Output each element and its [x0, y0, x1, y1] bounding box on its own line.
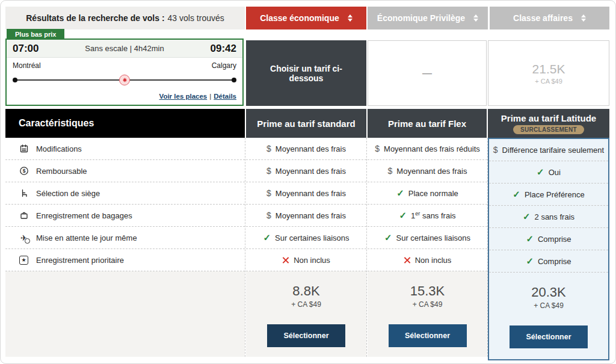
flex-priorite: Non inclus — [368, 249, 487, 271]
cell-text: Place Préférence — [525, 190, 585, 199]
standard-modifications: Moyennant des frais — [246, 138, 366, 160]
cell-text: Sur certaines liaisons — [396, 233, 471, 242]
dollar-icon — [266, 144, 271, 153]
dollar-icon — [493, 145, 498, 155]
feature-row-priorite: ★ Enregistrement prioritaire — [5, 249, 245, 271]
cell-text: Moyennant des frais — [276, 211, 346, 220]
flex-points: 15.3K — [410, 283, 445, 299]
flex-price-area: 15.3K + CA $49 Sélectionner — [368, 271, 487, 357]
top-bar: Résultats de la recherche de vols : 43 v… — [5, 7, 612, 29]
dollar-icon — [375, 144, 380, 153]
feature-label: Enregistrement prioritaire — [36, 256, 124, 265]
route-section: Montréal Calgary — [7, 58, 242, 85]
feature-label: Modifications — [36, 144, 82, 153]
dollar-icon — [266, 166, 271, 176]
feature-row-modifications: Modifications — [5, 138, 245, 160]
origin-city: Montréal — [13, 61, 41, 70]
lowest-price-badge: Plus bas prix — [7, 29, 64, 39]
cell-text: Moyennant des frais — [276, 189, 346, 198]
cell-text: Moyennant des frais — [276, 144, 346, 153]
sort-caret-icon — [581, 14, 586, 22]
check-icon — [396, 188, 404, 199]
cell-text: Non inclus — [415, 256, 452, 265]
check-icon — [523, 211, 531, 222]
select-latitude-button[interactable]: Sélectionner — [510, 325, 588, 348]
standard-fees: + CA $49 — [291, 300, 321, 309]
check-icon — [263, 232, 271, 243]
x-icon — [404, 256, 411, 264]
flex-fees: + CA $49 — [413, 300, 443, 309]
cell-text: Comprise — [538, 257, 571, 266]
view-seats-link[interactable]: Voir les places — [159, 93, 208, 100]
features-header: Caractéristiques — [5, 109, 245, 138]
select-flex-button[interactable]: Sélectionner — [389, 324, 467, 347]
fare-comparison-page: Résultats de la recherche de vols : 43 v… — [0, 0, 616, 364]
check-icon — [526, 233, 534, 244]
upgrade-badge: SURCLASSEMENT — [513, 125, 584, 134]
details-link[interactable]: Détails — [214, 93, 236, 100]
latitude-attente: Comprise — [489, 228, 608, 250]
origin-dot — [13, 78, 17, 82]
results-summary: Résultats de la recherche de vols : 43 v… — [5, 7, 245, 29]
premium-economy-preview-cell: — — [368, 40, 487, 106]
flex-remboursable: Moyennant des frais — [368, 160, 487, 182]
airline-maple-leaf-icon — [119, 75, 130, 85]
latitude-remboursable: Oui — [489, 161, 608, 184]
flex-fare-column: Moyennant des frais réduits Moyennant de… — [368, 138, 488, 357]
business-preview-cell: 21.5K + CA $49 — [488, 40, 609, 106]
column-header-standard: Prime au tarif standard — [246, 109, 366, 138]
sort-caret-icon — [348, 14, 353, 22]
stops-duration: Sans escale | 4h42min — [85, 44, 164, 53]
latitude-siege: Place Préférence — [489, 184, 608, 206]
feature-row-mise-en-attente: ✈ Mise en attente le jour même — [5, 227, 245, 249]
latitude-fare-column: Différence tarifaire seulement Oui Place… — [488, 138, 609, 360]
latitude-modifications: Différence tarifaire seulement — [489, 139, 608, 161]
standby-plane-icon: ✈ — [19, 233, 29, 243]
check-icon — [399, 210, 407, 221]
flight-card-links: Voir les places|Détails — [159, 93, 236, 100]
route-line — [13, 75, 236, 85]
business-fees: + CA $49 — [535, 78, 562, 85]
feature-label: Sélection de siège — [36, 189, 100, 198]
departure-time: 07:00 — [13, 43, 38, 55]
dollar-icon — [266, 211, 271, 220]
column-header-latitude: Prime au tarif Latitude SURCLASSEMENT — [488, 109, 609, 138]
baggage-icon — [19, 211, 29, 221]
flight-times-strip: 07:00 Sans escale | 4h42min 09:42 — [7, 40, 242, 58]
latitude-bagages: 2 sans frais — [489, 206, 608, 228]
tab-classe-economique[interactable]: Classe économique — [246, 7, 366, 29]
column-title: Prime au tarif standard — [257, 119, 355, 129]
check-icon — [513, 189, 520, 200]
standard-points: 8.8K — [292, 283, 319, 299]
dollar-icon — [388, 166, 393, 176]
feature-label: Remboursable — [36, 167, 87, 176]
cell-text: Oui — [549, 168, 561, 177]
standard-price-area: 8.8K + CA $49 Sélectionner — [246, 271, 366, 357]
standard-attente: Sur certaines liaisons — [246, 227, 366, 249]
choose-fare-prompt: Choisir un tarif ci-dessous — [246, 40, 366, 106]
standard-fare-column: Moyennant des frais Moyennant des frais … — [246, 138, 367, 357]
tab-classe-affaires[interactable]: Classe affaires — [489, 7, 609, 29]
dollar-icon — [266, 188, 271, 198]
destination-city: Calgary — [212, 61, 236, 70]
cell-text: Non inclus — [294, 256, 330, 265]
cell-text: Place normale — [408, 189, 458, 198]
priority-star-icon: ★ — [19, 255, 29, 265]
standard-bagages: Moyennant des frais — [246, 205, 366, 227]
cell-text: Comprise — [538, 235, 571, 244]
flight-card: 07:00 Sans escale | 4h42min 09:42 Montré… — [5, 39, 244, 106]
standard-priorite: Non inclus — [246, 249, 366, 271]
features-footer-spacer — [5, 271, 245, 357]
select-standard-button[interactable]: Sélectionner — [267, 324, 345, 347]
results-count: 43 vols trouvés — [168, 13, 224, 23]
flex-modifications: Moyennant des frais réduits — [368, 138, 487, 160]
arrival-time: 09:42 — [211, 43, 236, 55]
business-points: 21.5K — [532, 62, 565, 76]
sort-caret-icon — [473, 14, 478, 22]
latitude-points: 20.3K — [531, 285, 566, 300]
svg-text:$: $ — [22, 168, 25, 174]
seat-icon — [19, 188, 29, 199]
column-header-flex: Prime au tarif Flex — [368, 109, 487, 138]
check-icon — [526, 256, 534, 267]
tab-economique-privilege[interactable]: Économique Privilège — [368, 7, 488, 29]
